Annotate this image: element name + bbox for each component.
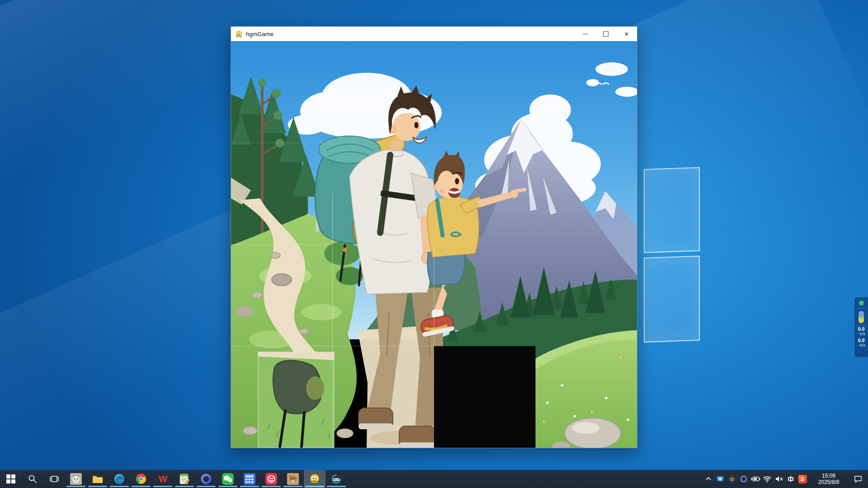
taskbar-app-red-face[interactable]	[260, 470, 282, 488]
taskbar-app-dog[interactable]	[282, 470, 304, 488]
download-speed-value: 0.0	[858, 338, 865, 343]
net-speed-widget[interactable]: 0.0 ↑K/s 0.0 ↓K/s	[854, 297, 868, 357]
puzzle-image[interactable]	[231, 41, 637, 448]
tray-ime-chinese[interactable]	[785, 470, 797, 488]
taskbar-app-notes-editor[interactable]	[174, 470, 195, 488]
tray-sogou-input[interactable]: S	[797, 470, 808, 488]
download-arrow-icon: ↓	[857, 343, 859, 347]
window-title: hgmGame	[246, 31, 575, 38]
minimize-button[interactable]	[575, 27, 595, 41]
system-tray: S 15:09 2025/8/8	[703, 470, 868, 488]
clock-date: 2025/8/8	[810, 479, 847, 485]
tray-purple-ring-app[interactable]	[738, 470, 750, 488]
search-button[interactable]	[22, 470, 43, 488]
taskbar-app-wechat[interactable]	[217, 470, 239, 488]
battery-pill-icon	[859, 311, 864, 323]
tray-wifi[interactable]	[761, 470, 773, 488]
taskbar-app-cat[interactable]	[65, 470, 87, 488]
download-speed-unit: ↓K/s	[857, 343, 865, 347]
hgmgame-window: hgmGame ✕	[231, 26, 637, 448]
tray-star-badge-app[interactable]	[714, 470, 726, 488]
taskbar-app-edge[interactable]	[108, 470, 130, 488]
taskbar-app-blue-ring[interactable]	[195, 470, 217, 488]
taskbar-app-hgmgame[interactable]	[304, 470, 326, 488]
tray-animal-app[interactable]	[726, 470, 738, 488]
close-button[interactable]: ✕	[616, 27, 637, 41]
title-bar[interactable]: hgmGame ✕	[231, 27, 637, 41]
windows-logo-pane	[644, 167, 700, 253]
taskbar-app-chrome[interactable]	[130, 470, 152, 488]
taskbar: W S 15:09 2025/8/8	[0, 470, 868, 488]
puzzle-canvas[interactable]	[231, 41, 637, 448]
taskbar-apps: W	[0, 470, 347, 488]
misplaced-tile[interactable]	[258, 352, 334, 448]
status-dot-icon	[859, 300, 864, 305]
taskbar-app-file-explorer[interactable]	[87, 470, 108, 488]
hgm-app-icon	[235, 30, 243, 38]
tray-battery-power[interactable]	[750, 470, 761, 488]
maximize-icon	[603, 31, 609, 37]
divider	[856, 308, 866, 309]
clock-time: 15:09	[810, 473, 847, 479]
action-center-button[interactable]	[849, 470, 867, 488]
close-icon: ✕	[624, 31, 629, 37]
tray-volume-muted[interactable]	[773, 470, 785, 488]
upload-speed-value: 0.0	[858, 326, 865, 332]
start-button[interactable]	[0, 470, 22, 488]
taskbar-app-calculator[interactable]	[239, 470, 260, 488]
tray-hidden-icons-chevron[interactable]	[703, 470, 714, 488]
tray-icons: S	[703, 470, 808, 488]
maximize-button[interactable]	[595, 27, 616, 41]
task-view-button[interactable]	[43, 470, 65, 488]
taskbar-clock[interactable]: 15:09 2025/8/8	[808, 473, 849, 485]
minimize-icon	[583, 34, 588, 34]
taskbar-app-game-controller[interactable]	[326, 470, 347, 488]
empty-tile-slot[interactable]	[434, 346, 536, 448]
notification-bubble-icon	[854, 475, 863, 483]
windows-logo-pane	[644, 256, 700, 343]
taskbar-app-wps-office[interactable]: W	[152, 470, 174, 488]
upload-speed-unit: ↑K/s	[857, 332, 865, 336]
upload-arrow-icon: ↑	[857, 332, 859, 336]
